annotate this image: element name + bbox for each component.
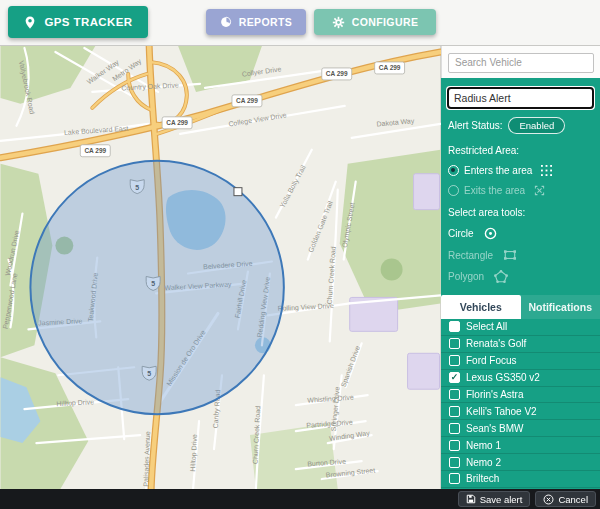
vehicle-checkbox[interactable]: ✓ bbox=[449, 372, 460, 383]
tab-vehicles[interactable]: Vehicles bbox=[441, 295, 521, 319]
radius-circle[interactable] bbox=[30, 161, 283, 414]
map-canvas[interactable]: CA 299CA 299CA 299CA 299CA 299 555 Count… bbox=[0, 46, 441, 489]
vehicle-label: Select All bbox=[466, 321, 507, 332]
app-header: GPS TRACKER REPORTS CONFIGURE bbox=[0, 0, 600, 46]
tool-circle-label: Circle bbox=[448, 228, 474, 239]
tab-notifications[interactable]: Notifications bbox=[521, 295, 600, 319]
nav-configure-label: CONFIGURE bbox=[352, 16, 419, 28]
route-badge: CA 299 bbox=[80, 145, 110, 157]
sidebar-panel: Alert Status: Enabled Restricted Area: E… bbox=[441, 46, 600, 489]
route-badge: CA 299 bbox=[322, 68, 352, 80]
circle-tool-icon bbox=[484, 227, 497, 240]
nav-gps-label: GPS TRACKER bbox=[44, 16, 132, 28]
vehicle-label: Florin's Astra bbox=[466, 389, 523, 400]
vehicle-checkbox[interactable] bbox=[449, 440, 460, 451]
vehicle-checkbox[interactable] bbox=[449, 423, 460, 434]
enters-area-label: Enters the area bbox=[464, 165, 532, 176]
enters-area-option[interactable]: Enters the area bbox=[448, 165, 593, 176]
svg-text:CA 299: CA 299 bbox=[166, 119, 188, 126]
vehicle-row[interactable]: ✓Lexus GS350 v2 bbox=[441, 370, 600, 387]
save-alert-label: Save alert bbox=[480, 494, 523, 505]
exits-area-label: Exits the area bbox=[464, 185, 525, 196]
vehicle-row[interactable]: Sean's BMW bbox=[441, 420, 600, 437]
vehicle-label: Sean's BMW bbox=[466, 423, 523, 434]
vehicle-row[interactable]: Nemo 1 bbox=[441, 437, 600, 454]
vehicle-checkbox[interactable] bbox=[449, 355, 460, 366]
vehicle-label: Briltech bbox=[466, 473, 499, 484]
vehicle-row[interactable]: Kelli's Tahoe V2 bbox=[441, 403, 600, 420]
vehicle-label: Ford Focus bbox=[466, 355, 517, 366]
cancel-button[interactable]: Cancel bbox=[535, 491, 596, 507]
vehicle-label: Lexus GS350 v2 bbox=[466, 372, 540, 383]
sidebar-tabs: Vehicles Notifications bbox=[441, 295, 600, 319]
route-badge: CA 299 bbox=[375, 62, 405, 74]
cancel-label: Cancel bbox=[558, 494, 588, 505]
vehicle-label: Nemo 1 bbox=[466, 440, 501, 451]
restricted-area-label: Restricted Area: bbox=[448, 145, 593, 156]
footer-bar: Save alert Cancel bbox=[0, 489, 600, 509]
tool-circle[interactable]: Circle bbox=[448, 227, 593, 240]
svg-text:CA 299: CA 299 bbox=[84, 147, 106, 154]
exits-area-option[interactable]: Exits the area bbox=[448, 185, 593, 196]
svg-text:CA 299: CA 299 bbox=[236, 97, 258, 104]
alert-name-input[interactable] bbox=[448, 88, 593, 108]
nav-gps-tracker-button[interactable]: GPS TRACKER bbox=[8, 6, 148, 38]
tool-polygon-label: Polygon bbox=[448, 271, 484, 282]
tool-rectangle-label: Rectangle bbox=[448, 250, 493, 261]
gps-pin-icon bbox=[23, 15, 37, 30]
tool-polygon[interactable]: Polygon bbox=[448, 270, 593, 283]
vehicle-checkbox[interactable] bbox=[449, 406, 460, 417]
nav-reports-label: REPORTS bbox=[239, 16, 293, 28]
alert-status-label: Alert Status: bbox=[448, 120, 502, 131]
vehicle-checkbox[interactable] bbox=[449, 473, 460, 484]
enters-area-icon bbox=[541, 165, 552, 176]
vehicle-row[interactable]: Nemo 2 bbox=[441, 454, 600, 471]
vehicle-row[interactable]: Florin's Astra bbox=[441, 387, 600, 404]
exits-area-radio[interactable] bbox=[448, 185, 459, 196]
route-badge: CA 299 bbox=[232, 95, 262, 107]
vehicle-label: Nemo 2 bbox=[466, 457, 501, 468]
svg-text:CA 299: CA 299 bbox=[326, 70, 348, 77]
route-badge: CA 299 bbox=[162, 117, 192, 129]
nav-reports-button[interactable]: REPORTS bbox=[206, 9, 306, 35]
reports-pie-icon bbox=[220, 16, 232, 28]
search-strip bbox=[441, 46, 600, 78]
map-container: CA 299CA 299CA 299CA 299CA 299 555 Count… bbox=[0, 46, 441, 489]
enters-area-radio[interactable] bbox=[448, 165, 459, 176]
vehicle-list: Select AllRenata's GolfFord Focus✓Lexus … bbox=[441, 319, 600, 489]
vehicle-checkbox[interactable] bbox=[449, 338, 460, 349]
save-icon bbox=[466, 494, 476, 504]
configure-gear-icon bbox=[332, 16, 345, 29]
alert-status-row: Alert Status: Enabled bbox=[448, 117, 593, 134]
vehicle-label: Kelli's Tahoe V2 bbox=[466, 406, 537, 417]
vehicle-row[interactable]: Renata's Golf bbox=[441, 336, 600, 353]
vehicle-checkbox[interactable] bbox=[449, 321, 460, 332]
tool-rectangle[interactable]: Rectangle bbox=[448, 249, 593, 261]
save-alert-button[interactable]: Save alert bbox=[458, 491, 531, 507]
vehicle-row[interactable]: Briltech bbox=[441, 471, 600, 488]
search-input[interactable] bbox=[448, 53, 594, 73]
vehicle-checkbox[interactable] bbox=[449, 457, 460, 468]
vehicle-label: Renata's Golf bbox=[466, 338, 526, 349]
alert-config-panel: Alert Status: Enabled Restricted Area: E… bbox=[441, 78, 600, 489]
svg-text:CA 299: CA 299 bbox=[379, 64, 401, 71]
rectangle-tool-icon bbox=[503, 249, 517, 261]
circle-resize-handle[interactable] bbox=[234, 188, 242, 196]
polygon-tool-icon bbox=[494, 270, 508, 283]
nav-configure-button[interactable]: CONFIGURE bbox=[314, 9, 436, 35]
vehicle-row[interactable]: Select All bbox=[441, 319, 600, 336]
exits-area-icon bbox=[534, 185, 545, 196]
radius-alert-overlay bbox=[30, 161, 283, 414]
alert-status-toggle[interactable]: Enabled bbox=[508, 117, 565, 134]
vehicle-checkbox[interactable] bbox=[449, 389, 460, 400]
cancel-icon bbox=[543, 494, 554, 505]
vehicle-row[interactable]: Ford Focus bbox=[441, 353, 600, 370]
area-tools-label: Select area tools: bbox=[448, 207, 593, 218]
